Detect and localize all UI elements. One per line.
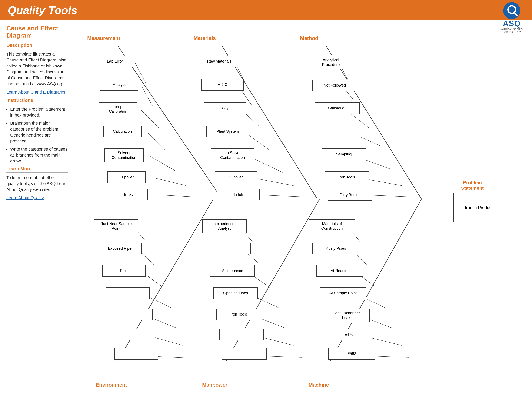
box-inlab-meas[interactable]: In lab: [110, 189, 148, 200]
svg-line-16: [154, 178, 186, 186]
box-plant-system[interactable]: Plant System: [206, 126, 249, 137]
box-env-empty2[interactable]: [109, 309, 152, 320]
header-bar: Quality Tools: [0, 0, 532, 20]
box-analyst[interactable]: Analyst: [100, 79, 138, 91]
svg-line-52: [370, 356, 409, 358]
box-heat-exchanger-leak[interactable]: Heat ExchangerLeak: [323, 309, 370, 322]
svg-line-13: [141, 110, 159, 128]
box-rust-near-sample[interactable]: Rust Near SamplePoint: [94, 219, 138, 233]
description-text: This template illustrates a Cause and Ef…: [6, 51, 68, 87]
box-raw-materials[interactable]: Raw Materials: [198, 56, 241, 67]
instructions-title: Instructions: [6, 98, 68, 105]
box-supplier-meas[interactable]: Supplier: [108, 171, 146, 183]
box-lab-error[interactable]: Lab Error: [96, 56, 134, 67]
box-man-empty1[interactable]: [206, 243, 251, 254]
box-method-empty1[interactable]: [319, 126, 363, 137]
box-man-empty2[interactable]: [219, 329, 264, 341]
problem-statement-label: ProblemStatement: [451, 180, 494, 191]
instruction-1: Enter the Problem Statement in box provi…: [10, 106, 68, 118]
svg-line-21: [246, 133, 270, 150]
logo-icon: [503, 2, 520, 19]
svg-line-14: [148, 133, 166, 150]
cat-materials: Materials: [194, 35, 216, 41]
box-env-empty3[interactable]: [112, 329, 155, 341]
box-sampling[interactable]: Sampling: [322, 149, 367, 160]
box-at-sample-point[interactable]: At Sample Point: [320, 287, 367, 299]
svg-line-44: [260, 337, 293, 345]
box-maintenance[interactable]: Maintenance: [210, 265, 254, 277]
learn-ce-link[interactable]: Learn About C and E Diagrams: [6, 90, 68, 95]
box-materials-construction[interactable]: Materials ofConstruction: [309, 219, 355, 233]
page-title: Quality Tools: [8, 4, 77, 17]
description-title: Description: [6, 43, 68, 49]
page-subtitle: Cause and Effect Diagram: [6, 25, 68, 39]
box-improper-calibration[interactable]: ImproperCalibration: [99, 102, 137, 116]
svg-line-24: [257, 195, 306, 197]
box-exposed-pipe[interactable]: Exposed Pipe: [98, 243, 141, 254]
box-e583[interactable]: E583: [328, 348, 375, 360]
cat-measurement: Measurement: [87, 35, 120, 41]
box-at-reactor[interactable]: At Reactor: [316, 265, 363, 277]
instruction-2: Brainstorm the major categories of the p…: [10, 120, 68, 144]
learn-quality-link[interactable]: Learn About Quality: [6, 195, 68, 200]
box-calculation[interactable]: Calculation: [103, 126, 141, 137]
box-analytical-procedure[interactable]: AnalyticalProcedure: [309, 56, 353, 69]
learn-more-title: Learn More: [6, 166, 68, 173]
box-supplier-mat[interactable]: Supplier: [215, 171, 257, 183]
instruction-3: Write the categories of causes as branch…: [10, 146, 68, 164]
cat-method: Method: [300, 35, 318, 41]
cat-environment: Environment: [96, 382, 127, 388]
svg-line-17: [157, 195, 196, 197]
box-calibration[interactable]: Calibration: [315, 102, 360, 114]
cat-manpower: Manpower: [202, 382, 228, 388]
box-solvent-contamination[interactable]: SolventContamination: [104, 149, 144, 162]
svg-line-12: [142, 86, 152, 106]
box-iron-tools-man[interactable]: Iron Tools: [216, 309, 261, 320]
svg-line-37: [152, 337, 183, 345]
diagram-area: Measurement Materials Method Environment…: [75, 25, 526, 397]
box-inlab-mat[interactable]: In lab: [217, 189, 260, 200]
box-tools[interactable]: Tools: [102, 265, 146, 277]
box-man-empty3[interactable]: [222, 348, 267, 360]
box-inexperienced-analyst[interactable]: InexperiencedAnalyst: [202, 219, 247, 233]
sidebar: Cause and Effect Diagram Description Thi…: [6, 25, 75, 397]
problem-box[interactable]: Iron in Product: [453, 193, 504, 223]
box-dirty-bottles[interactable]: Dirty Bottles: [328, 189, 372, 201]
box-iron-tools-method[interactable]: Iron Tools: [324, 171, 369, 183]
box-not-followed[interactable]: Not Followed: [312, 80, 357, 91]
box-env-empty4[interactable]: [114, 348, 158, 360]
box-city[interactable]: City: [204, 102, 247, 114]
svg-line-23: [252, 178, 294, 186]
box-rusty-pipes[interactable]: Rusty Pipes: [312, 243, 359, 254]
box-e470[interactable]: E470: [326, 329, 372, 341]
box-env-empty1[interactable]: [106, 287, 150, 299]
cat-machine: Machine: [309, 382, 329, 388]
learn-more-text: To learn more about other quality tools,…: [6, 175, 68, 192]
svg-line-36: [149, 317, 178, 328]
instructions-list: Enter the Problem Statement in box provi…: [10, 106, 68, 164]
box-h2o[interactable]: H 2 O: [201, 79, 244, 91]
svg-line-35: [146, 296, 171, 308]
problem-text: Iron in Product: [465, 205, 493, 210]
svg-line-45: [263, 356, 302, 358]
svg-line-15: [149, 156, 176, 171]
svg-line-34: [143, 273, 163, 287]
box-lab-solvent[interactable]: Lab SolventContamination: [211, 149, 254, 162]
svg-line-38: [155, 356, 189, 358]
box-opening-lines[interactable]: Opening Lines: [213, 287, 258, 299]
